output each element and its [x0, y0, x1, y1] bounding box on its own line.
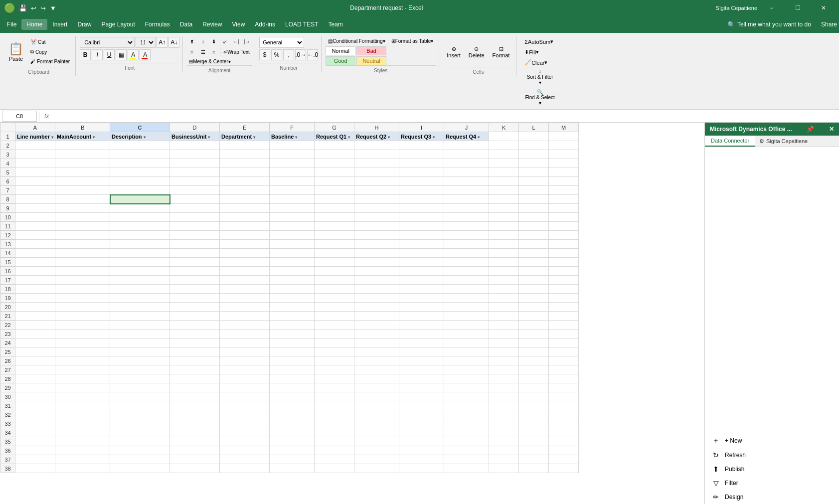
cell-F5[interactable] — [270, 168, 315, 177]
cell-J29[interactable] — [444, 383, 489, 392]
cell-C27[interactable] — [110, 365, 170, 374]
cell-G4[interactable] — [315, 159, 354, 168]
cell-A6[interactable] — [15, 177, 55, 186]
cell-M25[interactable] — [549, 347, 579, 356]
cell-M2[interactable] — [549, 141, 579, 150]
col-header-L[interactable]: L — [519, 123, 549, 132]
cell-B17[interactable] — [55, 276, 110, 285]
cell-G10[interactable] — [315, 213, 354, 222]
cell-J14[interactable] — [444, 249, 489, 258]
cell-I14[interactable] — [399, 249, 444, 258]
cell-C10[interactable] — [110, 213, 170, 222]
cell-K3[interactable] — [489, 150, 519, 159]
cell-L6[interactable] — [519, 177, 549, 186]
cell-reference-input[interactable] — [2, 111, 37, 122]
cell-D28[interactable] — [170, 374, 220, 383]
cell-G16[interactable] — [315, 267, 354, 276]
cell-F25[interactable] — [270, 347, 315, 356]
cell-A35[interactable] — [15, 437, 55, 446]
cell-G27[interactable] — [315, 365, 354, 374]
align-bottom-button[interactable]: ⬇ — [209, 37, 219, 46]
cell-E7[interactable] — [220, 186, 270, 195]
cell-F23[interactable] — [270, 330, 315, 338]
insert-cells-button[interactable]: ⊕ Insert — [443, 37, 464, 67]
cell-B27[interactable] — [55, 365, 110, 374]
cell-G11[interactable] — [315, 222, 354, 231]
cell-L24[interactable] — [519, 338, 549, 347]
cell-I15[interactable] — [399, 258, 444, 267]
col-header-D[interactable]: D — [170, 123, 220, 132]
cell-L13[interactable] — [519, 240, 549, 249]
cell-G6[interactable] — [315, 177, 354, 186]
clear-dropdown[interactable]: ▾ — [544, 59, 547, 66]
col-header-M[interactable]: M — [549, 123, 579, 132]
cell-L30[interactable] — [519, 392, 549, 401]
cell-A26[interactable] — [15, 356, 55, 365]
cell-D23[interactable] — [170, 330, 220, 338]
percent-button[interactable]: % — [271, 49, 282, 60]
cell-F2[interactable] — [270, 141, 315, 150]
publish-action[interactable]: ⬆ Publish — [709, 462, 835, 476]
cell-L10[interactable] — [519, 213, 549, 222]
cell-D35[interactable] — [170, 437, 220, 446]
cell-B28[interactable] — [55, 374, 110, 383]
cell-F3[interactable] — [270, 150, 315, 159]
cell-H28[interactable] — [354, 374, 399, 383]
cell-C34[interactable] — [110, 428, 170, 437]
cell-E14[interactable] — [220, 249, 270, 258]
merge-center-button[interactable]: ⊞ Merge & Center ▾ — [187, 58, 233, 65]
cell-K12[interactable] — [489, 231, 519, 240]
design-action[interactable]: ✏ Design — [709, 490, 835, 504]
cell-M3[interactable] — [549, 150, 579, 159]
cell-M17[interactable] — [549, 276, 579, 285]
cell-J3[interactable] — [444, 150, 489, 159]
cell-J4[interactable] — [444, 159, 489, 168]
cell-A28[interactable] — [15, 374, 55, 383]
cell-E4[interactable] — [220, 159, 270, 168]
cell-C24[interactable] — [110, 338, 170, 347]
cell-F24[interactable] — [270, 338, 315, 347]
filter-action[interactable]: ▽ Filter — [709, 476, 835, 490]
cell-I21[interactable] — [399, 312, 444, 321]
cell-I30[interactable] — [399, 392, 444, 401]
cell-K38[interactable] — [489, 464, 519, 473]
cell-D30[interactable] — [170, 392, 220, 401]
menu-insert[interactable]: Insert — [47, 19, 72, 30]
cell-F17[interactable] — [270, 276, 315, 285]
cell-B33[interactable] — [55, 419, 110, 428]
cell-E25[interactable] — [220, 347, 270, 356]
cell-H7[interactable] — [354, 186, 399, 195]
cell-B20[interactable] — [55, 303, 110, 312]
cell-D18[interactable] — [170, 285, 220, 294]
cell-C23[interactable] — [110, 330, 170, 338]
cell-J7[interactable] — [444, 186, 489, 195]
cell-B37[interactable] — [55, 455, 110, 464]
cell-M33[interactable] — [549, 419, 579, 428]
header-cell-baseline[interactable]: Baseline ▾ — [270, 132, 315, 141]
cell-D16[interactable] — [170, 267, 220, 276]
header-cell-l[interactable] — [519, 132, 549, 141]
cell-C15[interactable] — [110, 258, 170, 267]
cell-E13[interactable] — [220, 240, 270, 249]
cell-B12[interactable] — [55, 231, 110, 240]
cell-J16[interactable] — [444, 267, 489, 276]
cell-I5[interactable] — [399, 168, 444, 177]
cell-M11[interactable] — [549, 222, 579, 231]
cell-A9[interactable] — [15, 204, 55, 213]
cell-H17[interactable] — [354, 276, 399, 285]
col-header-K[interactable]: K — [489, 123, 519, 132]
indent-increase-button[interactable]: |→ — [242, 37, 252, 46]
cell-A10[interactable] — [15, 213, 55, 222]
cell-H25[interactable] — [354, 347, 399, 356]
cell-G14[interactable] — [315, 249, 354, 258]
col-header-F[interactable]: F — [270, 123, 315, 132]
cell-F30[interactable] — [270, 392, 315, 401]
cell-E29[interactable] — [220, 383, 270, 392]
cell-K5[interactable] — [489, 168, 519, 177]
formula-input[interactable] — [52, 111, 837, 122]
cell-K21[interactable] — [489, 312, 519, 321]
cell-M22[interactable] — [549, 321, 579, 330]
cell-E10[interactable] — [220, 213, 270, 222]
align-left-button[interactable]: ≡ — [187, 47, 197, 56]
cell-G26[interactable] — [315, 356, 354, 365]
